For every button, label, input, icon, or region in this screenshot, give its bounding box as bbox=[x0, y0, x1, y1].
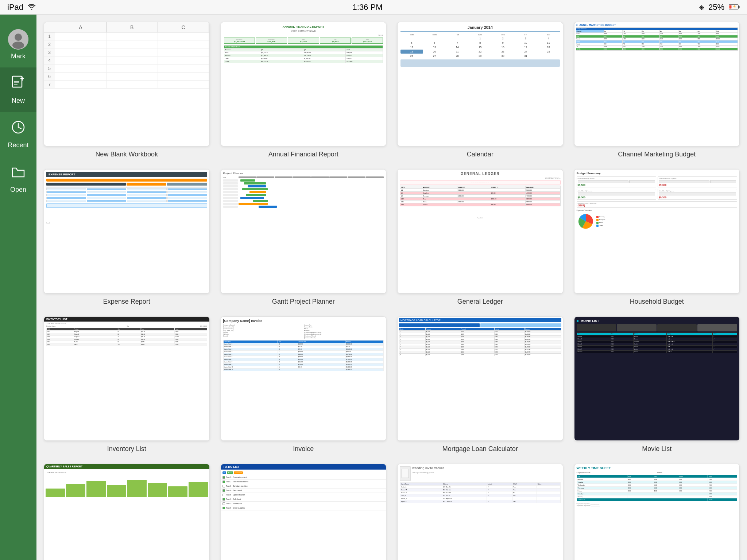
calendar-preview: January 2014 Sun Mon Tue Wed Thu Fri Sat bbox=[398, 22, 563, 146]
template-name-ledger: General Ledger bbox=[457, 298, 503, 306]
household-preview: Budget Summary Projected Monthly Income … bbox=[574, 170, 740, 293]
timesheet-preview: WEEKLY TIME SHEET Employee Name: Week: D… bbox=[574, 464, 740, 560]
avatar bbox=[8, 29, 28, 50]
template-thumb-cmb[interactable]: CHANNEL MARKETING BUDGET Budget Summary … bbox=[574, 22, 740, 146]
battery-icon bbox=[729, 3, 740, 12]
template-cmb[interactable]: CHANNEL MARKETING BUDGET Budget Summary … bbox=[574, 22, 740, 158]
template-timesheet[interactable]: WEEKLY TIME SHEET Employee Name: Week: D… bbox=[574, 464, 740, 560]
template-thumb-wedding[interactable]: wedding invite tracker Track your weddin… bbox=[397, 464, 563, 560]
time-label: 1:36 PM bbox=[353, 3, 383, 12]
template-name-mortgage: Mortgage Loan Calculator bbox=[442, 445, 518, 453]
template-name-cmb: Channel Marketing Budget bbox=[618, 151, 696, 158]
template-afr[interactable]: ANNUAL FINANCIAL REPORT YOUR COMPANY NAM… bbox=[221, 22, 387, 158]
invoice-preview: [Company Name] Invoice [Company Name] [A… bbox=[221, 317, 386, 440]
template-thumb-ledger[interactable]: GENERAL LEDGER CUSTOMIZE 2014 — — — — — … bbox=[397, 169, 563, 293]
template-thumb-todo[interactable]: TO-DO LIST All Active Completed Task 1 -… bbox=[221, 464, 387, 560]
template-thumb-invoice[interactable]: [Company Name] Invoice [Company Name] [A… bbox=[221, 316, 387, 441]
status-left: iPad bbox=[7, 3, 36, 12]
new-label: New bbox=[12, 97, 25, 105]
template-quarterly[interactable]: QUARTERLY SALES REPORT TOTAL AND TOP PRO… bbox=[44, 464, 210, 560]
ledger-preview: GENERAL LEDGER CUSTOMIZE 2014 — — — — — … bbox=[398, 170, 563, 293]
template-calendar[interactable]: January 2014 Sun Mon Tue Wed Thu Fri Sat bbox=[397, 22, 563, 158]
template-invoice[interactable]: [Company Name] Invoice [Company Name] [A… bbox=[221, 316, 387, 453]
template-name-expense: Expense Report bbox=[103, 298, 150, 306]
movie-preview: ▶ MOVIE LIST TitleYearGenreRatingSeen Mo… bbox=[574, 317, 740, 440]
template-thumb-afr[interactable]: ANNUAL FINANCIAL REPORT YOUR COMPANY NAM… bbox=[221, 22, 387, 146]
template-name-afr: Annual Financial Report bbox=[268, 151, 338, 158]
template-thumb-quarterly[interactable]: QUARTERLY SALES REPORT TOTAL AND TOP PRO… bbox=[44, 464, 210, 560]
template-thumb-gantt[interactable]: Project Planner Task bbox=[221, 169, 387, 293]
sidebar: Mark New bbox=[0, 15, 36, 560]
profile-label: Mark bbox=[11, 52, 26, 60]
wedding-preview: wedding invite tracker Track your weddin… bbox=[398, 464, 563, 560]
expense-preview: EXPENSE REPORT bbox=[44, 170, 209, 293]
template-name-household: Household Budget bbox=[630, 298, 684, 306]
wifi-icon bbox=[28, 3, 36, 12]
template-gantt[interactable]: Project Planner Task bbox=[221, 169, 387, 306]
cmb-preview: CHANNEL MARKETING BUDGET Budget Summary … bbox=[574, 22, 740, 146]
template-thumb-calendar[interactable]: January 2014 Sun Mon Tue Wed Thu Fri Sat bbox=[397, 22, 563, 146]
template-name-blank: New Blank Workbook bbox=[95, 151, 158, 158]
new-icon bbox=[10, 75, 26, 94]
template-household[interactable]: Budget Summary Projected Monthly Income … bbox=[574, 169, 740, 306]
sidebar-item-recent[interactable]: Recent bbox=[0, 112, 36, 156]
svg-rect-1 bbox=[739, 6, 740, 8]
template-name-invoice: Invoice bbox=[293, 445, 314, 453]
movie-list-title-icon: ▶ bbox=[577, 319, 579, 323]
svg-point-4 bbox=[15, 34, 22, 41]
svg-rect-6 bbox=[12, 76, 22, 87]
mortgage-preview: MORTGAGE LOAN CALCULATOR MonthPaymentPri… bbox=[398, 317, 563, 440]
afr-preview: ANNUAL FINANCIAL REPORT YOUR COMPANY NAM… bbox=[221, 22, 386, 146]
template-todo[interactable]: TO-DO LIST All Active Completed Task 1 -… bbox=[221, 464, 387, 560]
template-movie[interactable]: ▶ MOVIE LIST TitleYearGenreRatingSeen Mo… bbox=[574, 316, 740, 453]
template-thumb-household[interactable]: Budget Summary Projected Monthly Income … bbox=[574, 169, 740, 293]
main-layout: Mark New bbox=[0, 15, 747, 560]
svg-rect-2 bbox=[729, 5, 732, 8]
template-thumb-mortgage[interactable]: MORTGAGE LOAN CALCULATOR MonthPaymentPri… bbox=[397, 316, 563, 441]
sidebar-item-open[interactable]: Open bbox=[0, 156, 36, 201]
blank-workbook-preview: A B C 1 2 3 4 5 6 7 bbox=[44, 22, 209, 146]
template-wedding[interactable]: wedding invite tracker Track your weddin… bbox=[397, 464, 563, 560]
template-ledger[interactable]: GENERAL LEDGER CUSTOMIZE 2014 — — — — — … bbox=[397, 169, 563, 306]
svg-line-14 bbox=[18, 127, 21, 129]
status-bar: iPad 1:36 PM ⎈ 25% bbox=[0, 0, 747, 15]
todo-preview: TO-DO LIST All Active Completed Task 1 -… bbox=[221, 464, 386, 560]
bluetooth-icon: ⎈ bbox=[699, 3, 704, 12]
battery-label: 25% bbox=[708, 3, 724, 12]
template-name-gantt: Gantt Project Planner bbox=[272, 298, 335, 306]
content-area: A B C 1 2 3 4 5 6 7 New Blank Workbook bbox=[36, 15, 747, 560]
template-expense[interactable]: EXPENSE REPORT bbox=[44, 169, 210, 306]
template-thumb-blank[interactable]: A B C 1 2 3 4 5 6 7 bbox=[44, 22, 210, 146]
inventory-preview: INVENTORY LIST TOTAL AND TOP PRODUCTS Pr… bbox=[44, 317, 209, 440]
sidebar-item-profile[interactable]: Mark bbox=[0, 22, 36, 67]
template-thumb-expense[interactable]: EXPENSE REPORT bbox=[44, 169, 210, 293]
sidebar-item-new[interactable]: New bbox=[0, 67, 36, 112]
template-blank[interactable]: A B C 1 2 3 4 5 6 7 New Blank Workbook bbox=[44, 22, 210, 158]
recent-label: Recent bbox=[8, 141, 28, 149]
carrier-label: iPad bbox=[7, 3, 23, 12]
time-display: 1:36 PM bbox=[353, 3, 383, 12]
template-name-movie: Movie List bbox=[642, 445, 671, 453]
recent-icon bbox=[10, 119, 26, 139]
template-thumb-movie[interactable]: ▶ MOVIE LIST TitleYearGenreRatingSeen Mo… bbox=[574, 316, 740, 441]
template-thumb-inventory[interactable]: INVENTORY LIST TOTAL AND TOP PRODUCTS Pr… bbox=[44, 316, 210, 441]
template-inventory[interactable]: INVENTORY LIST TOTAL AND TOP PRODUCTS Pr… bbox=[44, 316, 210, 453]
template-name-inventory: Inventory List bbox=[107, 445, 146, 453]
template-name-calendar: Calendar bbox=[467, 151, 494, 158]
open-label: Open bbox=[10, 186, 26, 194]
template-mortgage[interactable]: MORTGAGE LOAN CALCULATOR MonthPaymentPri… bbox=[397, 316, 563, 453]
quarterly-preview: QUARTERLY SALES REPORT TOTAL AND TOP PRO… bbox=[44, 464, 209, 560]
status-right: ⎈ 25% bbox=[699, 3, 740, 12]
svg-point-5 bbox=[12, 42, 24, 49]
gantt-preview: Project Planner Task bbox=[221, 170, 386, 293]
template-grid: A B C 1 2 3 4 5 6 7 New Blank Workbook bbox=[44, 22, 740, 560]
template-thumb-timesheet[interactable]: WEEKLY TIME SHEET Employee Name: Week: D… bbox=[574, 464, 740, 560]
open-icon bbox=[10, 164, 26, 183]
